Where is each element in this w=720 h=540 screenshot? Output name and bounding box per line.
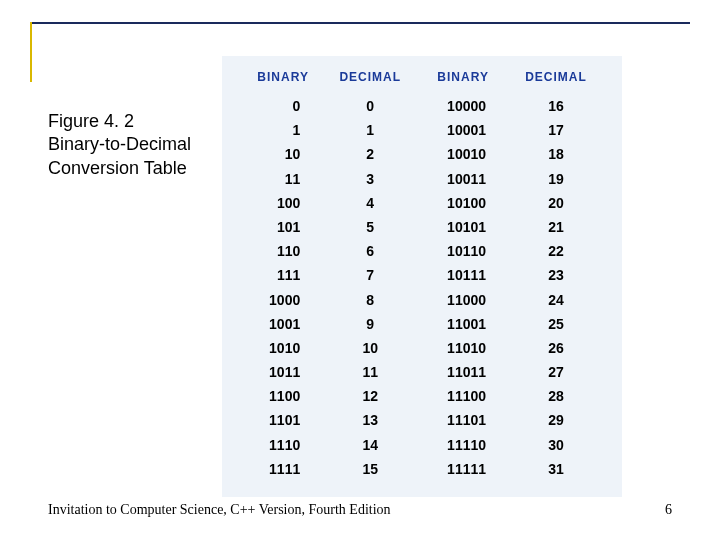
table-header-row: BINARY DECIMAL BINARY DECIMAL bbox=[242, 70, 602, 94]
cell-binary-2: 10011 bbox=[416, 167, 510, 191]
table-row: 111000117 bbox=[242, 118, 602, 142]
cell-decimal-2: 20 bbox=[510, 191, 602, 215]
cell-decimal-1: 10 bbox=[324, 336, 416, 360]
table-row: 1021001018 bbox=[242, 142, 602, 166]
cell-decimal-1: 12 bbox=[324, 384, 416, 408]
table-row: 100081100024 bbox=[242, 288, 602, 312]
cell-binary-1: 110 bbox=[242, 239, 324, 263]
cell-decimal-1: 7 bbox=[324, 263, 416, 287]
cell-binary-1: 101 bbox=[242, 215, 324, 239]
footer-text: Invitation to Computer Science, C++ Vers… bbox=[48, 502, 391, 518]
cell-decimal-1: 3 bbox=[324, 167, 416, 191]
cell-decimal-2: 30 bbox=[510, 433, 602, 457]
cell-decimal-2: 18 bbox=[510, 142, 602, 166]
cell-binary-2: 10101 bbox=[416, 215, 510, 239]
cell-binary-2: 11110 bbox=[416, 433, 510, 457]
cell-binary-1: 1 bbox=[242, 118, 324, 142]
cell-decimal-1: 0 bbox=[324, 94, 416, 118]
conversion-table-panel: BINARY DECIMAL BINARY DECIMAL 0010000161… bbox=[222, 56, 622, 497]
cell-binary-1: 0 bbox=[242, 94, 324, 118]
cell-decimal-1: 9 bbox=[324, 312, 416, 336]
table-row: 1110141111030 bbox=[242, 433, 602, 457]
table-body: 0010000161110001171021001018113100111910… bbox=[242, 94, 602, 481]
cell-binary-1: 1100 bbox=[242, 384, 324, 408]
slide-frame-left bbox=[30, 22, 32, 82]
col-header-binary-1: BINARY bbox=[242, 70, 324, 94]
cell-binary-1: 1010 bbox=[242, 336, 324, 360]
table-row: 1131001119 bbox=[242, 167, 602, 191]
cell-binary-2: 11100 bbox=[416, 384, 510, 408]
cell-decimal-1: 13 bbox=[324, 408, 416, 432]
cell-decimal-2: 19 bbox=[510, 167, 602, 191]
cell-binary-1: 1001 bbox=[242, 312, 324, 336]
cell-binary-1: 1111 bbox=[242, 457, 324, 481]
col-header-decimal-1: DECIMAL bbox=[324, 70, 416, 94]
cell-decimal-1: 4 bbox=[324, 191, 416, 215]
table-row: 001000016 bbox=[242, 94, 602, 118]
cell-binary-2: 11011 bbox=[416, 360, 510, 384]
col-header-decimal-2: DECIMAL bbox=[510, 70, 602, 94]
table-row: 100191100125 bbox=[242, 312, 602, 336]
cell-decimal-2: 28 bbox=[510, 384, 602, 408]
cell-binary-1: 1000 bbox=[242, 288, 324, 312]
cell-binary-2: 11111 bbox=[416, 457, 510, 481]
table-row: 1100121110028 bbox=[242, 384, 602, 408]
page-number: 6 bbox=[665, 502, 672, 518]
conversion-table: BINARY DECIMAL BINARY DECIMAL 0010000161… bbox=[242, 70, 602, 481]
cell-decimal-2: 17 bbox=[510, 118, 602, 142]
cell-binary-2: 10111 bbox=[416, 263, 510, 287]
cell-binary-1: 1011 bbox=[242, 360, 324, 384]
cell-decimal-1: 2 bbox=[324, 142, 416, 166]
cell-binary-1: 10 bbox=[242, 142, 324, 166]
cell-decimal-2: 25 bbox=[510, 312, 602, 336]
cell-decimal-2: 23 bbox=[510, 263, 602, 287]
cell-decimal-2: 21 bbox=[510, 215, 602, 239]
cell-binary-2: 11101 bbox=[416, 408, 510, 432]
cell-binary-2: 10110 bbox=[416, 239, 510, 263]
cell-decimal-2: 31 bbox=[510, 457, 602, 481]
caption-line1: Figure 4. 2 bbox=[48, 110, 191, 133]
cell-decimal-2: 16 bbox=[510, 94, 602, 118]
table-row: 10151010121 bbox=[242, 215, 602, 239]
cell-decimal-1: 11 bbox=[324, 360, 416, 384]
table-row: 1011111101127 bbox=[242, 360, 602, 384]
cell-binary-2: 10010 bbox=[416, 142, 510, 166]
table-row: 11171011123 bbox=[242, 263, 602, 287]
figure-caption: Figure 4. 2 Binary-to-Decimal Conversion… bbox=[48, 110, 191, 180]
cell-decimal-1: 6 bbox=[324, 239, 416, 263]
cell-decimal-2: 22 bbox=[510, 239, 602, 263]
cell-decimal-1: 1 bbox=[324, 118, 416, 142]
col-header-binary-2: BINARY bbox=[416, 70, 510, 94]
table-row: 1101131110129 bbox=[242, 408, 602, 432]
cell-binary-2: 10000 bbox=[416, 94, 510, 118]
cell-decimal-1: 14 bbox=[324, 433, 416, 457]
cell-binary-1: 1101 bbox=[242, 408, 324, 432]
cell-decimal-2: 29 bbox=[510, 408, 602, 432]
caption-line3: Conversion Table bbox=[48, 157, 191, 180]
slide-footer: Invitation to Computer Science, C++ Vers… bbox=[48, 502, 672, 518]
cell-binary-2: 11000 bbox=[416, 288, 510, 312]
cell-binary-1: 100 bbox=[242, 191, 324, 215]
cell-decimal-1: 8 bbox=[324, 288, 416, 312]
cell-decimal-2: 27 bbox=[510, 360, 602, 384]
cell-binary-1: 1110 bbox=[242, 433, 324, 457]
table-row: 11061011022 bbox=[242, 239, 602, 263]
cell-decimal-2: 24 bbox=[510, 288, 602, 312]
table-row: 10041010020 bbox=[242, 191, 602, 215]
cell-decimal-1: 5 bbox=[324, 215, 416, 239]
cell-binary-2: 11010 bbox=[416, 336, 510, 360]
cell-binary-2: 10100 bbox=[416, 191, 510, 215]
cell-decimal-1: 15 bbox=[324, 457, 416, 481]
caption-line2: Binary-to-Decimal bbox=[48, 133, 191, 156]
cell-decimal-2: 26 bbox=[510, 336, 602, 360]
table-row: 1111151111131 bbox=[242, 457, 602, 481]
table-row: 1010101101026 bbox=[242, 336, 602, 360]
cell-binary-2: 10001 bbox=[416, 118, 510, 142]
slide-frame bbox=[30, 22, 690, 25]
cell-binary-1: 111 bbox=[242, 263, 324, 287]
cell-binary-2: 11001 bbox=[416, 312, 510, 336]
cell-binary-1: 11 bbox=[242, 167, 324, 191]
